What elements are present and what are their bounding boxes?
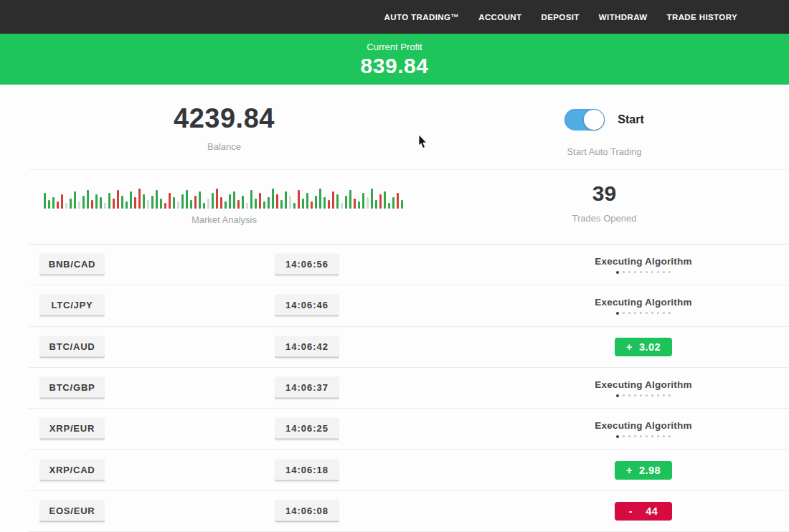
- loss-badge: - 44: [615, 502, 672, 521]
- trade-list: BNB/CAD 14:06:56 Executing Algorithm LTC…: [29, 244, 789, 532]
- current-profit-banner: Current Profit 839.84: [0, 34, 789, 85]
- pair-badge: XRP/CAD: [39, 459, 105, 481]
- executing-label: Executing Algorithm: [595, 420, 691, 431]
- pair-badge: BTC/AUD: [39, 336, 105, 358]
- trade-row: BNB/CAD 14:06:56 Executing Algorithm: [29, 244, 789, 285]
- nav-account[interactable]: ACCOUNT: [478, 13, 521, 22]
- market-trades-row: Market Analysis 39 Trades Opened: [29, 170, 789, 244]
- auto-trading-page: AUTO TRADING™ ACCOUNT DEPOSIT WITHDRAW T…: [0, 0, 789, 532]
- pair-badge: XRP/EUR: [39, 418, 105, 440]
- toggle-start-label: Start: [618, 113, 643, 126]
- trade-status: Executing Algorithm: [539, 368, 747, 408]
- trade-time: 14:06:08: [275, 500, 339, 522]
- pair-badge: EOS/EUR: [39, 500, 105, 522]
- nav-withdraw[interactable]: WITHDRAW: [599, 13, 648, 22]
- balance-label: Balance: [207, 141, 241, 152]
- balance-toggle-row: 4239.84 Balance Start Start Auto Trading: [29, 85, 789, 170]
- current-profit-label: Current Profit: [367, 42, 422, 52]
- trade-status: + 3.02: [539, 327, 747, 367]
- trade-time: 14:06:56: [275, 254, 339, 276]
- profit-badge: + 2.98: [615, 461, 672, 480]
- trade-time: 14:06:42: [275, 336, 339, 358]
- trade-time: 14:06:25: [275, 418, 339, 440]
- trade-time: 14:06:18: [275, 459, 339, 481]
- current-profit-value: 839.84: [361, 54, 429, 78]
- trades-opened-value: 39: [592, 181, 616, 206]
- trade-status: - 44: [539, 491, 747, 531]
- executing-label: Executing Algorithm: [595, 256, 691, 267]
- trade-status: Executing Algorithm: [539, 285, 747, 326]
- nav-deposit[interactable]: DEPOSIT: [542, 13, 580, 22]
- trade-row: BTC/GBP 14:06:37 Executing Algorithm: [29, 368, 789, 409]
- trade-time: 14:06:46: [275, 295, 339, 317]
- nav-trade-history[interactable]: TRADE HISTORY: [667, 13, 738, 22]
- profit-badge: + 3.02: [615, 338, 672, 356]
- pair-badge: BNB/CAD: [39, 254, 105, 276]
- trade-row: EOS/EUR 14:06:08 - 44: [29, 491, 789, 532]
- trades-opened-block: 39 Trades Opened: [420, 170, 789, 244]
- trade-row: XRP/EUR 14:06:25 Executing Algorithm: [29, 409, 789, 450]
- trade-status: Executing Algorithm: [539, 409, 747, 449]
- executing-label: Executing Algorithm: [595, 379, 691, 390]
- auto-trading-toggle[interactable]: [564, 109, 605, 130]
- progress-dots: [616, 312, 671, 315]
- market-analysis-chart: [44, 187, 405, 209]
- trade-row: BTC/AUD 14:06:42 + 3.02: [29, 327, 789, 368]
- executing-label: Executing Algorithm: [595, 297, 691, 308]
- market-analysis-block: Market Analysis: [29, 170, 420, 244]
- mouse-cursor: [418, 135, 428, 149]
- balance-value: 4239.84: [174, 103, 275, 134]
- balance-block: 4239.84 Balance: [29, 85, 420, 169]
- progress-dots: [616, 271, 671, 274]
- top-nav: AUTO TRADING™ ACCOUNT DEPOSIT WITHDRAW T…: [0, 0, 789, 34]
- progress-dots: [616, 394, 671, 397]
- trade-row: XRP/CAD 14:06:18 + 2.98: [29, 450, 789, 490]
- auto-trading-block: Start Start Auto Trading: [420, 85, 789, 169]
- trade-status: Executing Algorithm: [539, 244, 747, 285]
- trade-status: + 2.98: [539, 450, 747, 490]
- start-auto-trading-label: Start Auto Trading: [567, 146, 641, 157]
- trades-opened-label: Trades Opened: [572, 213, 637, 224]
- trade-row: LTC/JPY 14:06:46 Executing Algorithm: [29, 285, 789, 326]
- market-analysis-label: Market Analysis: [192, 214, 257, 225]
- trade-time: 14:06:37: [275, 377, 339, 399]
- pair-badge: LTC/JPY: [39, 295, 105, 317]
- pair-badge: BTC/GBP: [39, 377, 105, 399]
- progress-dots: [616, 435, 671, 438]
- toggle-knob: [584, 110, 604, 130]
- nav-auto-trading[interactable]: AUTO TRADING™: [384, 13, 460, 22]
